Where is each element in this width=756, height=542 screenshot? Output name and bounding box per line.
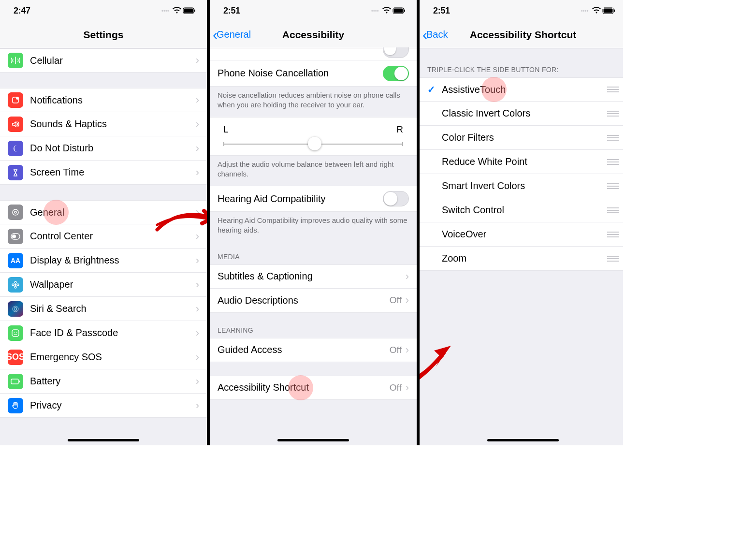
shortcut-option-row[interactable]: Reduce White Point	[420, 150, 623, 174]
notifications-label: Notifications	[30, 95, 196, 106]
noise-cancel-toggle[interactable]	[383, 66, 409, 81]
notifications-icon	[8, 92, 23, 108]
option-label: Zoom	[442, 253, 603, 264]
chevron-right-icon: ›	[196, 166, 199, 179]
reorder-grip-icon[interactable]	[603, 87, 619, 92]
toggle-partial-icon[interactable]	[383, 47, 409, 58]
guided-access-row[interactable]: Guided Access Off ›	[210, 338, 417, 362]
audio-desc-row[interactable]: Audio Descriptions Off ›	[210, 289, 417, 313]
option-label: Color Filters	[442, 132, 603, 143]
chevron-right-icon: ›	[406, 270, 409, 283]
chevron-right-icon: ›	[196, 94, 199, 106]
back-label: Back	[426, 29, 448, 40]
sounds-icon	[8, 117, 23, 132]
sounds-label: Sounds & Haptics	[30, 118, 196, 130]
shortcut-option-row[interactable]: Zoom	[420, 247, 623, 271]
status-icons: ••••	[581, 7, 616, 14]
noise-cancel-label: Phone Noise Cancellation	[218, 68, 383, 79]
chevron-right-icon: ›	[196, 142, 199, 155]
nav-bar: ‹ Back Accessibility Shortcut	[420, 21, 623, 48]
sos-label: Emergency SOS	[30, 352, 196, 363]
shortcut-option-row[interactable]: ✓ AssistiveTouch	[420, 77, 623, 102]
reorder-grip-icon[interactable]	[603, 256, 619, 262]
back-button[interactable]: ‹ General	[213, 29, 251, 40]
option-label: Smart Invert Colors	[442, 180, 603, 191]
notifications-row[interactable]: Notifications ›	[0, 88, 207, 112]
control-center-row[interactable]: Control Center ›	[0, 224, 207, 249]
reorder-grip-icon[interactable]	[603, 135, 619, 141]
cellular-dots-icon: ••••	[161, 8, 169, 14]
display-row[interactable]: AA Display & Brightness ›	[0, 249, 207, 273]
battery-row[interactable]: Battery ›	[0, 369, 207, 394]
shortcut-option-row[interactable]: Smart Invert Colors	[420, 174, 623, 198]
hearing-toggle[interactable]	[383, 191, 409, 206]
balance-footer: Adjust the audio volume balance between …	[210, 156, 417, 183]
status-bar: 2:51 ••••	[420, 0, 623, 21]
noise-cancel-row[interactable]: Phone Noise Cancellation	[210, 60, 417, 87]
do-not-disturb-row[interactable]: Do Not Disturb ›	[0, 136, 207, 161]
section-header: TRIPLE-CLICK THE SIDE BUTTON FOR:	[420, 48, 623, 77]
nav-bar: ‹ General Accessibility	[210, 21, 417, 48]
reorder-grip-icon[interactable]	[603, 232, 619, 237]
control-label: Control Center	[30, 231, 196, 242]
sos-row[interactable]: SOS Emergency SOS ›	[0, 345, 207, 369]
faceid-row[interactable]: Face ID & Passcode ›	[0, 321, 207, 345]
reorder-grip-icon[interactable]	[603, 183, 619, 189]
shortcut-option-row[interactable]: VoiceOver	[420, 222, 623, 247]
shortcut-list[interactable]: TRIPLE-CLICK THE SIDE BUTTON FOR: ✓ Assi…	[420, 48, 623, 271]
option-label: Classic Invert Colors	[442, 108, 603, 119]
svg-point-6	[15, 211, 16, 213]
hearing-aid-row[interactable]: Hearing Aid Compatibility	[210, 186, 417, 212]
siri-label: Siri & Search	[30, 303, 196, 314]
chevron-right-icon: ›	[196, 303, 199, 315]
svg-point-13	[17, 284, 19, 286]
option-label: AssistiveTouch	[442, 84, 603, 95]
balance-right-label: R	[396, 124, 403, 135]
settings-list[interactable]: Cellular › Notifications › Sounds & Hapt…	[0, 48, 207, 426]
svg-point-8	[12, 234, 16, 238]
wifi-icon	[382, 7, 392, 14]
siri-row[interactable]: Siri & Search ›	[0, 297, 207, 321]
face-icon	[8, 325, 23, 341]
reorder-grip-icon[interactable]	[603, 207, 619, 213]
privacy-label: Privacy	[30, 400, 196, 411]
hourglass-icon	[8, 165, 23, 180]
cellular-row[interactable]: Cellular ›	[0, 48, 207, 73]
general-row[interactable]: General ›	[0, 200, 207, 224]
back-button[interactable]: ‹ Back	[422, 29, 448, 40]
audiodesc-value: Off	[390, 295, 402, 306]
accessibility-shortcut-screen: 2:51 •••• ‹ Back Accessibility Shortcut …	[420, 0, 623, 445]
reorder-grip-icon[interactable]	[603, 111, 619, 117]
cellular-dots-icon: ••••	[581, 8, 589, 14]
moon-icon	[8, 141, 23, 156]
home-indicator[interactable]	[68, 439, 139, 441]
shortcut-option-row[interactable]: Switch Control	[420, 198, 623, 222]
chevron-right-icon: ›	[406, 294, 409, 307]
reorder-grip-icon[interactable]	[603, 159, 619, 165]
wallpaper-label: Wallpaper	[30, 279, 196, 290]
home-indicator[interactable]	[277, 439, 349, 441]
siri-icon	[8, 301, 23, 317]
accessibility-list[interactable]: Phone Noise Cancellation Noise cancellat…	[210, 48, 417, 413]
subtitles-row[interactable]: Subtitles & Captioning ›	[210, 264, 417, 289]
shortcut-option-row[interactable]: Classic Invert Colors	[420, 102, 623, 126]
shortcut-option-row[interactable]: Color Filters	[420, 126, 623, 150]
wallpaper-row[interactable]: Wallpaper ›	[0, 273, 207, 297]
sounds-row[interactable]: Sounds & Haptics ›	[0, 112, 207, 136]
svg-point-9	[15, 284, 16, 286]
svg-rect-23	[404, 10, 405, 12]
slider-thumb[interactable]	[308, 137, 321, 150]
privacy-row[interactable]: Privacy ›	[0, 394, 207, 418]
dnd-label: Do Not Disturb	[30, 143, 196, 154]
battery-label: Battery	[30, 376, 196, 387]
settings-screen: 2:47 •••• Settings Cellular › Notificati…	[0, 0, 207, 445]
balance-slider[interactable]	[223, 144, 403, 145]
learning-header: LEARNING	[210, 313, 417, 338]
chevron-right-icon: ›	[196, 118, 199, 131]
home-indicator[interactable]	[487, 439, 559, 441]
screen-time-row[interactable]: Screen Time ›	[0, 161, 207, 185]
svg-rect-26	[614, 10, 615, 12]
svg-rect-16	[12, 330, 19, 337]
battery-icon	[602, 7, 616, 14]
accessibility-shortcut-row[interactable]: Accessibility Shortcut Off ›	[210, 376, 417, 400]
